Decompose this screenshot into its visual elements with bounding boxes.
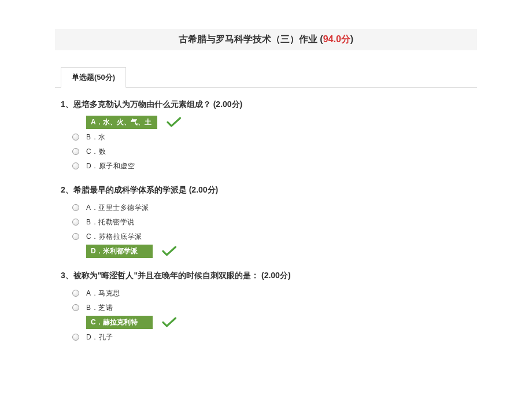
option-text: 原子和虚空 xyxy=(99,162,135,170)
option-letter: B． xyxy=(86,304,98,312)
tab-row: 单选题(50分) xyxy=(55,66,477,88)
question-title: 1、恩培多克勒认为万物由什么元素组成？ (2.00分) xyxy=(55,99,477,110)
option-row: A．亚里士多德学派 xyxy=(72,201,477,214)
option-correct-highlight: D．米利都学派 xyxy=(86,245,153,258)
option-letter: B． xyxy=(86,218,98,226)
option-correct-highlight: A．水、火、气、土 xyxy=(86,116,157,129)
page-title-suffix: ) xyxy=(350,34,353,44)
radio-icon[interactable] xyxy=(72,233,79,240)
question-text: 恩培多克勒认为万物由什么元素组成？ xyxy=(73,99,211,109)
option-letter: C． xyxy=(86,232,99,241)
options-list: A．亚里士多德学派B．托勒密学说C．苏格拉底学派D．米利都学派 xyxy=(55,201,477,258)
radio-icon[interactable] xyxy=(72,290,79,297)
question-text: 希腊最早的成科学体系的学派是 xyxy=(73,185,187,194)
option-text: 马克思 xyxy=(98,289,120,297)
option-row: A．马克思 xyxy=(72,287,477,300)
option-letter: B． xyxy=(86,133,98,141)
option-text: 苏格拉底学派 xyxy=(99,232,142,241)
option-text: 米利都学派 xyxy=(103,247,138,255)
question-title: 3、被称为"晦涩哲人"并且在晚年的时候自刺双眼的是： (2.00分) xyxy=(55,271,477,281)
option-row: C．苏格拉底学派 xyxy=(72,230,477,243)
question-block: 3、被称为"晦涩哲人"并且在晚年的时候自刺双眼的是： (2.00分)A．马克思B… xyxy=(55,271,477,343)
option-row: A．水、火、气、土 xyxy=(72,116,477,129)
option-label: B．水 xyxy=(86,132,106,142)
question-number: 2、 xyxy=(61,185,73,194)
option-row: C．赫拉克利特 xyxy=(72,316,477,329)
option-label: D．孔子 xyxy=(86,332,113,342)
option-letter: C． xyxy=(86,147,99,156)
option-text: 芝诺 xyxy=(98,304,113,312)
option-correct-highlight: C．赫拉克利特 xyxy=(86,316,153,329)
checkmark-icon xyxy=(162,246,177,257)
question-points: (2.00分) xyxy=(189,185,219,194)
option-label: B．芝诺 xyxy=(86,303,113,313)
radio-spacer xyxy=(72,119,79,126)
option-label: D．原子和虚空 xyxy=(86,161,135,171)
option-letter: D． xyxy=(86,333,99,341)
option-letter: C． xyxy=(91,318,103,326)
option-text: 水 xyxy=(98,133,106,141)
tab-single-choice[interactable]: 单选题(50分) xyxy=(61,67,126,88)
question-points: (2.00分) xyxy=(213,99,243,109)
option-letter: A． xyxy=(86,204,98,212)
option-letter: D． xyxy=(91,247,103,255)
option-label: C．数 xyxy=(86,147,106,157)
questions-container: 1、恩培多克勒认为万物由什么元素组成？ (2.00分)A．水、火、气、土B．水C… xyxy=(55,99,477,343)
option-letter: A． xyxy=(86,289,98,297)
tab-label: 单选题(50分) xyxy=(72,73,115,82)
option-label: A．马克思 xyxy=(86,289,120,298)
radio-spacer xyxy=(72,319,79,326)
option-text: 数 xyxy=(99,147,106,156)
option-label: C．苏格拉底学派 xyxy=(86,232,142,242)
option-row: B．水 xyxy=(72,131,477,143)
option-letter: A． xyxy=(91,118,103,126)
option-row: B．托勒密学说 xyxy=(72,216,477,228)
title-bar: 古希腊与罗马科学技术（三）作业 (94.0分) xyxy=(55,29,477,50)
page-title: 古希腊与罗马科学技术（三）作业 ( xyxy=(179,34,323,44)
option-row: D．米利都学派 xyxy=(72,245,477,258)
option-label: A．亚里士多德学派 xyxy=(86,203,149,213)
radio-icon[interactable] xyxy=(72,334,79,341)
radio-spacer xyxy=(72,248,79,255)
option-text: 赫拉克利特 xyxy=(103,318,138,326)
question-text: 被称为"晦涩哲人"并且在晚年的时候自刺双眼的是： xyxy=(73,271,259,280)
radio-icon[interactable] xyxy=(72,134,79,141)
question-points: (2.00分) xyxy=(261,271,291,280)
option-row: B．芝诺 xyxy=(72,301,477,314)
checkmark-icon xyxy=(167,117,182,128)
option-text: 孔子 xyxy=(99,333,113,341)
question-block: 1、恩培多克勒认为万物由什么元素组成？ (2.00分)A．水、火、气、土B．水C… xyxy=(55,99,477,172)
radio-icon[interactable] xyxy=(72,219,79,226)
options-list: A．马克思B．芝诺C．赫拉克利特D．孔子 xyxy=(55,287,477,343)
option-row: D．原子和虚空 xyxy=(72,160,477,172)
options-list: A．水、火、气、土B．水C．数D．原子和虚空 xyxy=(55,116,477,172)
option-letter: D． xyxy=(86,162,99,170)
option-text: 托勒密学说 xyxy=(98,218,135,226)
option-row: C．数 xyxy=(72,145,477,158)
question-number: 1、 xyxy=(61,99,73,109)
question-number: 3、 xyxy=(61,271,73,280)
question-title: 2、希腊最早的成科学体系的学派是 (2.00分) xyxy=(55,185,477,195)
checkmark-icon xyxy=(162,317,177,328)
option-text: 亚里士多德学派 xyxy=(98,204,149,212)
score-value: 94.0分 xyxy=(323,34,350,44)
option-label: B．托勒密学说 xyxy=(86,217,135,227)
radio-icon[interactable] xyxy=(72,148,79,155)
radio-icon[interactable] xyxy=(72,204,79,211)
option-row: D．孔子 xyxy=(72,331,477,343)
question-block: 2、希腊最早的成科学体系的学派是 (2.00分)A．亚里士多德学派B．托勒密学说… xyxy=(55,185,477,258)
radio-icon[interactable] xyxy=(72,162,79,169)
radio-icon[interactable] xyxy=(72,304,79,311)
option-text: 水、火、气、土 xyxy=(103,118,152,126)
